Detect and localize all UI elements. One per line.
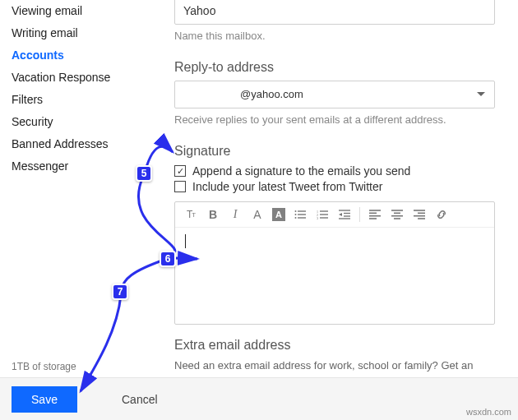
font-size-icon[interactable]: TT xyxy=(183,207,198,222)
append-signature-text: Append a signature to the emails you sen… xyxy=(192,164,410,178)
storage-total: 1TB of storage xyxy=(12,359,158,375)
italic-icon[interactable]: I xyxy=(228,207,243,222)
extra-email-section: Extra email address Need an extra email … xyxy=(174,338,495,374)
reply-to-select-wrap: @yahoo.com xyxy=(174,81,495,108)
accounts-panel: Name this mailbox. Reply-to address @yah… xyxy=(158,0,518,420)
sidebar-item-vacation-response[interactable]: Vacation Response xyxy=(12,67,158,89)
footer-bar: Save Cancel xyxy=(0,377,518,420)
settings-sidebar: Viewing email Writing email Accounts Vac… xyxy=(0,0,158,420)
include-tweet-checkbox[interactable] xyxy=(174,181,186,192)
svg-point-2 xyxy=(295,214,297,215)
annotation-badge-6: 6 xyxy=(160,251,176,267)
sidebar-item-viewing-email[interactable]: Viewing email xyxy=(12,0,158,22)
signature-textarea[interactable] xyxy=(175,228,494,324)
sidebar-item-filters[interactable]: Filters xyxy=(12,89,158,111)
append-signature-row: Append a signature to the emails you sen… xyxy=(174,164,495,178)
link-icon[interactable] xyxy=(434,207,449,222)
align-center-icon[interactable] xyxy=(390,207,405,222)
signature-field: Signature Append a signature to the emai… xyxy=(174,144,495,325)
cancel-button[interactable]: Cancel xyxy=(105,386,174,413)
highlight-icon[interactable]: A xyxy=(272,208,285,221)
signature-label: Signature xyxy=(174,144,495,159)
mailbox-name-field: Name this mailbox. xyxy=(174,0,495,42)
extra-email-hint: Need an extra email address for work, sc… xyxy=(174,358,495,374)
svg-text:3: 3 xyxy=(317,216,318,219)
mailbox-name-hint: Name this mailbox. xyxy=(174,30,495,42)
mailbox-name-input[interactable] xyxy=(174,0,495,25)
reply-to-select[interactable] xyxy=(174,81,495,108)
append-signature-checkbox[interactable] xyxy=(174,165,186,177)
svg-point-0 xyxy=(295,210,297,212)
text-cursor xyxy=(185,234,186,248)
sidebar-item-accounts[interactable]: Accounts xyxy=(12,44,158,67)
bold-icon[interactable]: B xyxy=(206,207,220,222)
align-left-icon[interactable] xyxy=(368,207,382,222)
svg-marker-16 xyxy=(339,213,342,216)
reply-to-hint: Receive replies to your sent emails at a… xyxy=(174,113,495,126)
annotation-badge-5: 5 xyxy=(136,165,152,182)
sidebar-item-writing-email[interactable]: Writing email xyxy=(12,22,158,44)
font-color-icon[interactable]: A xyxy=(250,207,265,222)
numbered-list-icon[interactable]: 123 xyxy=(315,207,330,222)
extra-email-label: Extra email address xyxy=(174,338,495,353)
toolbar-separator xyxy=(359,207,360,222)
include-tweet-text: Include your latest Tweet from Twitter xyxy=(192,180,382,193)
save-button[interactable]: Save xyxy=(12,386,77,413)
reply-to-label: Reply-to address xyxy=(174,60,495,75)
annotation-badge-7: 7 xyxy=(112,284,128,300)
align-right-icon[interactable] xyxy=(412,207,427,222)
editor-toolbar: TT B I A A 123 xyxy=(175,202,494,228)
indent-less-icon[interactable] xyxy=(337,207,352,222)
sidebar-item-banned-addresses[interactable]: Banned Addresses xyxy=(12,133,158,155)
include-tweet-row: Include your latest Tweet from Twitter xyxy=(174,180,495,193)
reply-to-field: Reply-to address @yahoo.com Receive repl… xyxy=(174,60,495,126)
sidebar-item-security[interactable]: Security xyxy=(12,111,158,133)
signature-editor: TT B I A A 123 xyxy=(174,201,495,325)
bullet-list-icon[interactable] xyxy=(293,207,308,222)
svg-point-4 xyxy=(295,217,297,219)
